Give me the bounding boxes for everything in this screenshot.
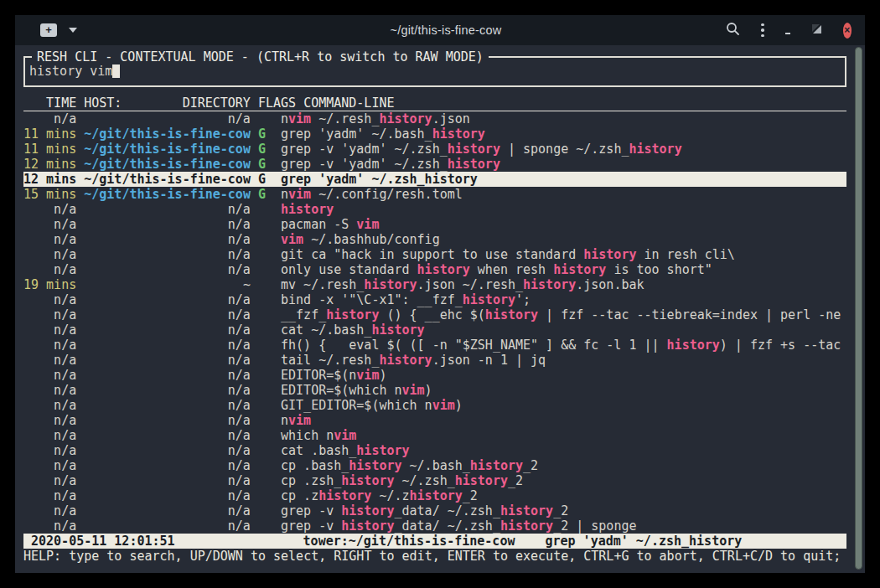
row-command: nvim ~/.resh_history.json [281,111,470,126]
row-directory: n/a [84,428,251,443]
search-input[interactable]: history vim [29,64,845,79]
match-highlight: history [667,338,720,353]
row-directory: n/a [84,368,251,383]
row-directory: n/a [84,473,251,488]
row-time: n/a [23,413,76,428]
search-icon[interactable] [726,22,740,39]
history-row[interactable]: n/a n/a cp .bash_history ~/.bash_history… [23,458,846,473]
history-row[interactable]: n/a n/a only use standard history when r… [23,262,846,277]
row-directory: n/a [84,383,251,398]
history-row[interactable]: 11 mins ~/git/this-is-fine-cow G grep -v… [23,142,846,157]
close-button[interactable]: × [843,23,852,39]
row-directory: n/a [84,217,251,232]
history-row[interactable]: n/a n/a bind -x '"\C-x1": __fzf_history'… [23,292,846,307]
history-row[interactable]: 12 mins ~/git/this-is-fine-cow G grep -v… [23,157,846,172]
history-row[interactable]: n/a n/a grep -v history_data/ ~/.zsh_his… [23,518,846,534]
match-highlight: vim [288,187,311,202]
history-row[interactable]: n/a n/a EDITOR=$(which nvim) [23,383,846,398]
history-row[interactable]: n/a n/a nvim ~/.resh_history.json [23,111,846,126]
history-row[interactable]: 11 mins ~/git/this-is-fine-cow G grep 'y… [23,126,846,142]
new-tab-button[interactable]: + [40,23,57,37]
scrollbar[interactable] [855,47,862,570]
history-row[interactable]: n/a n/a __fzf_history () { __ehc $(histo… [23,307,846,322]
history-row[interactable]: n/a n/a cat .bash_history [23,443,846,458]
history-row[interactable]: n/a n/a tail ~/.resh_history.json -n 1 |… [23,353,846,368]
row-directory: n/a [84,458,251,473]
history-row[interactable]: n/a n/a fh() { eval $( ([ -n "$ZSH_NAME"… [23,338,846,353]
match-highlight: history [318,488,371,503]
history-row[interactable]: 15 mins ~/git/this-is-fine-cow G nvim ~/… [23,187,846,202]
header-time: TIME [23,95,76,111]
match-highlight: history [629,142,681,157]
row-flags [258,307,266,322]
row-directory: n/a [84,307,251,322]
history-row[interactable]: n/a n/a pacman -S vim [23,217,846,232]
mode-label: RESH CLI - CONTEXTUAL MODE - (CTRL+R to … [32,49,489,64]
history-row[interactable]: n/a n/a git ca "hack in support to use s… [23,247,846,262]
history-row[interactable]: n/a n/a vim ~/.bashhub/config [23,232,846,247]
row-flags [258,322,266,338]
row-time: 15 mins [23,187,76,202]
row-directory: n/a [84,503,251,518]
match-highlight: history [583,247,636,262]
row-flags [258,217,266,232]
row-directory: ~/git/this-is-fine-cow [84,157,251,172]
row-flags [258,383,266,398]
row-command: cp .bash_history ~/.bash_history_2 [281,458,538,473]
history-row[interactable]: n/a n/a cat ~/.bash_history [23,322,846,338]
history-row[interactable]: n/a n/a cp .zsh_history ~/.zsh_history_2 [23,473,846,488]
search-box[interactable]: RESH CLI - CONTEXTUAL MODE - (CTRL+R to … [23,56,846,87]
match-highlight: history [463,292,515,307]
history-row[interactable]: n/a n/a GIT_EDITOR=$(which nvim) [23,398,846,413]
row-time: n/a [23,503,76,518]
row-time: 11 mins [23,142,76,157]
row-flags [258,338,266,353]
history-row[interactable]: 19 mins ~ mv ~/.resh_history.json ~/.res… [23,277,846,292]
status-date: 2020-05-11 12:01:51 [31,534,175,549]
match-highlight: vim [288,111,311,126]
titlebar-left-group: + [40,23,166,37]
match-highlight: history [448,142,500,157]
row-directory: n/a [84,518,251,534]
row-flags [258,247,266,262]
match-highlight: history [425,172,478,187]
match-highlight: history [417,262,470,277]
history-row[interactable]: n/a n/a EDITOR=$(nvim) [23,368,846,383]
match-highlight: vim [281,232,303,247]
header-command: COMMAND-LINE [303,95,394,111]
history-row[interactable]: n/a n/a history [23,202,846,217]
row-time: 12 mins [23,157,76,172]
match-highlight: history [371,322,424,338]
row-flags [258,398,266,413]
history-row[interactable]: n/a n/a grep -v history_data/ ~/.zsh_his… [23,503,846,518]
row-directory: n/a [84,247,251,262]
chevron-down-icon[interactable] [69,28,77,33]
match-highlight: history [349,458,401,473]
row-time: n/a [23,111,76,126]
row-time: n/a [23,322,76,338]
help-line: HELP: type to search, UP/DOWN to select,… [23,549,846,564]
row-command: pacman -S vim [281,217,379,232]
row-time: n/a [23,458,76,473]
row-flags [258,443,266,458]
restore-button[interactable] [811,23,822,38]
match-highlight: history [500,503,553,518]
row-time: 11 mins [23,126,76,142]
history-row[interactable]: n/a n/a nvim [23,413,846,428]
match-highlight: history [341,473,394,488]
menu-kebab-icon[interactable] [761,23,764,38]
row-command: cp .zhistory ~/.zhistory_2 [281,488,478,503]
history-row-selected[interactable]: 12 mins ~/git/this-is-fine-cow G grep 'y… [23,172,846,187]
row-directory: n/a [84,338,251,353]
history-row[interactable]: n/a n/a which nvim [23,428,846,443]
history-row[interactable]: n/a n/a cp .zhistory ~/.zhistory_2 [23,488,846,503]
row-time: n/a [23,247,76,262]
match-highlight: vim [356,368,379,383]
row-flags [258,518,266,534]
row-time: n/a [23,292,76,307]
match-highlight: history [364,277,417,292]
row-flags [258,488,266,503]
match-highlight: vim [432,398,455,413]
minimize-button[interactable] [785,33,790,34]
row-command: git ca "hack in support to use standard … [281,247,735,262]
